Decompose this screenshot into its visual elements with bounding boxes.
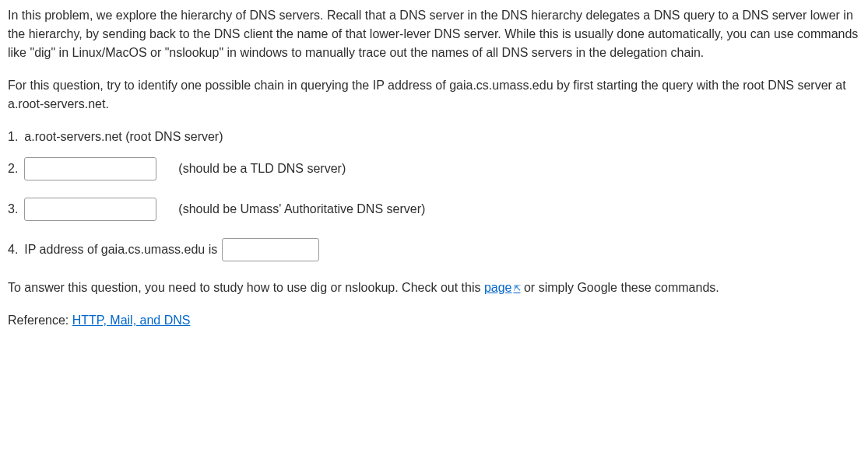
- ip-address-input[interactable]: [222, 238, 319, 261]
- list-item-1: 1. a.root-servers.net (root DNS server): [8, 128, 860, 146]
- page-link[interactable]: page⇱: [484, 281, 521, 294]
- reference-prefix: Reference:: [8, 314, 72, 327]
- tld-dns-input[interactable]: [24, 157, 156, 180]
- authoritative-dns-input[interactable]: [24, 198, 156, 221]
- external-link-icon: ⇱: [514, 283, 521, 293]
- list-item-3: 3. (should be Umass' Authoritative DNS s…: [8, 198, 860, 221]
- list-item-4: 4. IP address of gaia.cs.umass.edu is: [8, 238, 860, 261]
- item-hint: (should be Umass' Authoritative DNS serv…: [178, 200, 425, 219]
- list-item-2: 2. (should be a TLD DNS server): [8, 157, 860, 180]
- item-number: 3.: [8, 200, 18, 219]
- reference-link[interactable]: HTTP, Mail, and DNS: [72, 314, 191, 327]
- footer-paragraph: To answer this question, you need to stu…: [8, 279, 860, 297]
- item-number: 4.: [8, 240, 18, 259]
- item-number: 2.: [8, 159, 18, 178]
- reference-paragraph: Reference: HTTP, Mail, and DNS: [8, 311, 860, 330]
- footer-text-after: or simply Google these commands.: [521, 281, 719, 294]
- footer-text-before: To answer this question, you need to stu…: [8, 281, 484, 294]
- item-hint: (should be a TLD DNS server): [178, 159, 346, 178]
- instruction-paragraph: For this question, try to identify one p…: [8, 76, 860, 114]
- item-text: a.root-servers.net (root DNS server): [24, 128, 223, 146]
- item-label: IP address of gaia.cs.umass.edu is: [24, 240, 217, 259]
- intro-paragraph: In this problem, we explore the hierarch…: [8, 6, 860, 62]
- item-number: 1.: [8, 128, 18, 146]
